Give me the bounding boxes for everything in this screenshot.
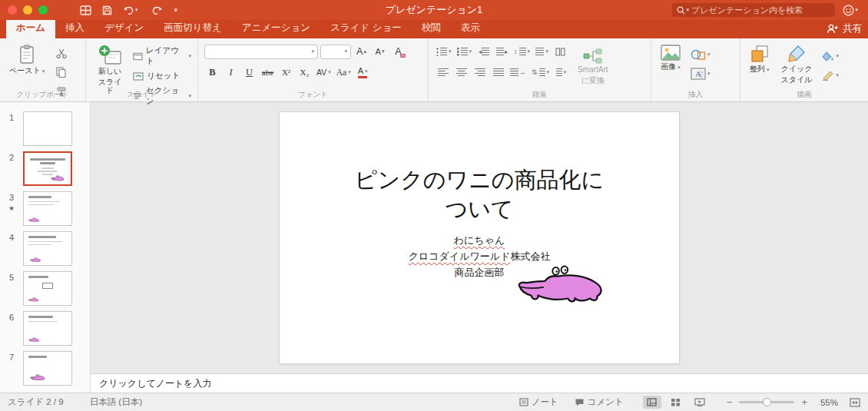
increase-indent-button[interactable]: ▸	[494, 44, 510, 59]
strikethrough-button[interactable]: abe	[260, 65, 276, 80]
quick-styles-button[interactable]: クイック スタイル	[778, 44, 816, 85]
search-box[interactable]: ▾	[672, 3, 835, 17]
tab-slideshow[interactable]: スライド ショー	[320, 18, 412, 38]
cut-button[interactable]	[53, 45, 69, 61]
slideshow-view-button[interactable]	[691, 396, 709, 409]
decrease-indent-button[interactable]: ◂	[475, 44, 492, 59]
slide-thumbnail-5[interactable]	[23, 271, 72, 306]
search-input[interactable]	[691, 5, 830, 15]
customize-toolbar-button[interactable]: ▾	[174, 6, 181, 14]
insert-picture-button[interactable]: 画像▾	[658, 44, 684, 72]
align-text-vertical-button[interactable]: ⇅▾	[530, 65, 551, 80]
thumbnail-row: 7	[0, 351, 90, 386]
shrink-font-button[interactable]: A▾	[372, 44, 388, 59]
slide-thumbnail-6[interactable]	[23, 311, 72, 346]
align-right-button[interactable]	[472, 65, 488, 80]
bullets-button[interactable]: ▾	[435, 44, 453, 59]
align-center-button[interactable]	[453, 65, 469, 80]
shape-outline-button[interactable]: ▾	[820, 68, 840, 83]
insert-shapes-button[interactable]: ▾	[689, 47, 712, 62]
thumbnail-row: 2	[0, 151, 90, 186]
bold-button[interactable]: B	[204, 65, 220, 80]
save-icon[interactable]	[102, 5, 112, 15]
line-spacing-button[interactable]: ↕▾	[512, 44, 532, 59]
share-button[interactable]: 共有	[827, 22, 862, 38]
arrange-icon	[750, 45, 769, 63]
tab-transitions[interactable]: 画面切り替え	[154, 18, 232, 38]
zoom-level: 55%	[820, 398, 838, 407]
comment-icon	[575, 398, 585, 407]
underline-button[interactable]: U	[241, 65, 257, 80]
zoom-slider-knob[interactable]	[763, 398, 771, 406]
minimize-window-button[interactable]	[23, 5, 32, 15]
columns-button[interactable]	[552, 44, 568, 59]
notes-toggle-button[interactable]: ノート	[519, 396, 558, 408]
slide-thumbnail-4[interactable]	[23, 231, 72, 266]
tab-animations[interactable]: アニメーション	[232, 18, 320, 38]
insert-text-box-button[interactable]: A ▾	[689, 66, 712, 81]
fit-slide-to-window-button[interactable]	[850, 398, 860, 407]
paste-button[interactable]: ペースト▾	[6, 44, 48, 76]
redo-button[interactable]	[151, 5, 163, 15]
slide-sorter-view-button[interactable]	[667, 396, 685, 409]
zoom-out-button[interactable]: −	[727, 396, 733, 408]
text-direction-button[interactable]: ▾	[534, 44, 550, 59]
thumbnail-row: 1	[0, 111, 90, 146]
tab-view[interactable]: 表示	[451, 18, 490, 38]
search-scope-arrow-icon: ▾	[686, 7, 689, 13]
slide-thumbnail-1[interactable]	[23, 111, 72, 146]
slideshow-icon	[694, 398, 705, 406]
tab-review[interactable]: 校閲	[412, 18, 451, 38]
font-color-swatch	[358, 76, 367, 78]
grow-font-button[interactable]: A▴	[353, 44, 369, 59]
reset-button[interactable]: リセット	[133, 71, 191, 81]
arrange-button[interactable]: 整列▾	[747, 44, 773, 75]
superscript-button[interactable]: X²	[278, 65, 294, 80]
smartart-label-2: に変換	[581, 76, 605, 85]
slide-thumbnail-7[interactable]	[23, 351, 72, 386]
character-spacing-button[interactable]: AV▾	[315, 65, 333, 80]
slide-editor[interactable]: ピンクのワニの商品化に ついて わにちゃん クロコダイルワールド株式会社 商品企…	[280, 112, 679, 363]
slide-title-text[interactable]: ピンクのワニの商品化に ついて	[280, 166, 679, 224]
vertical-align-icon: ⇅	[532, 68, 538, 76]
justify-button[interactable]	[490, 65, 506, 80]
align-left-button[interactable]	[435, 65, 451, 80]
share-label: 共有	[843, 22, 862, 35]
notes-pane[interactable]: クリックしてノートを入力	[91, 373, 868, 393]
font-color-button[interactable]: A▾	[355, 65, 371, 80]
undo-button[interactable]: ▾	[123, 5, 141, 15]
slide-thumbnail-2[interactable]	[23, 151, 72, 186]
window-grid-icon[interactable]	[80, 5, 91, 15]
italic-button[interactable]: I	[223, 65, 239, 80]
slide-subtitle-text[interactable]: わにちゃん クロコダイルワールド株式会社 商品企画部	[280, 233, 679, 280]
convert-to-smartart-button[interactable]: SmartArt に変換	[575, 44, 611, 85]
comments-toggle-button[interactable]: コメント	[575, 396, 624, 408]
subscript-button[interactable]: X₂	[297, 65, 313, 80]
clear-formatting-button[interactable]: A	[390, 44, 406, 59]
zoom-slider[interactable]	[739, 401, 794, 403]
tab-design[interactable]: デザイン	[94, 18, 154, 38]
copy-button[interactable]	[53, 65, 69, 80]
smartart-label-1: SmartArt	[578, 65, 608, 75]
distribute-text-button[interactable]: ↔	[509, 65, 528, 80]
tab-insert[interactable]: 挿入	[55, 18, 94, 38]
new-slide-button[interactable]: 新しい スライド	[92, 44, 128, 96]
zoom-window-button[interactable]	[38, 5, 48, 15]
crocodile-image[interactable]	[515, 265, 615, 309]
normal-view-button[interactable]	[643, 396, 661, 409]
rotate-text-button[interactable]: ▾	[553, 65, 569, 80]
numbering-button[interactable]: ▾	[456, 44, 474, 59]
shape-fill-button[interactable]: ▾	[820, 48, 840, 64]
zoom-in-button[interactable]: +	[801, 396, 807, 408]
layout-button[interactable]: レイアウト ▾	[133, 45, 191, 67]
arrange-label: 整列	[750, 65, 765, 73]
slide-thumbnail-3[interactable]	[23, 191, 72, 226]
font-size-select[interactable]: ▾	[320, 45, 351, 59]
change-case-button[interactable]: Aa▾	[335, 65, 353, 80]
tab-home[interactable]: ホーム	[6, 18, 55, 38]
columns-icon	[555, 48, 565, 56]
font-name-select[interactable]: ▾	[204, 45, 318, 59]
language-indicator[interactable]: 日本語 (日本)	[90, 396, 142, 408]
feedback-smiley-button[interactable]: ▾	[843, 5, 860, 16]
close-window-button[interactable]	[8, 5, 17, 15]
